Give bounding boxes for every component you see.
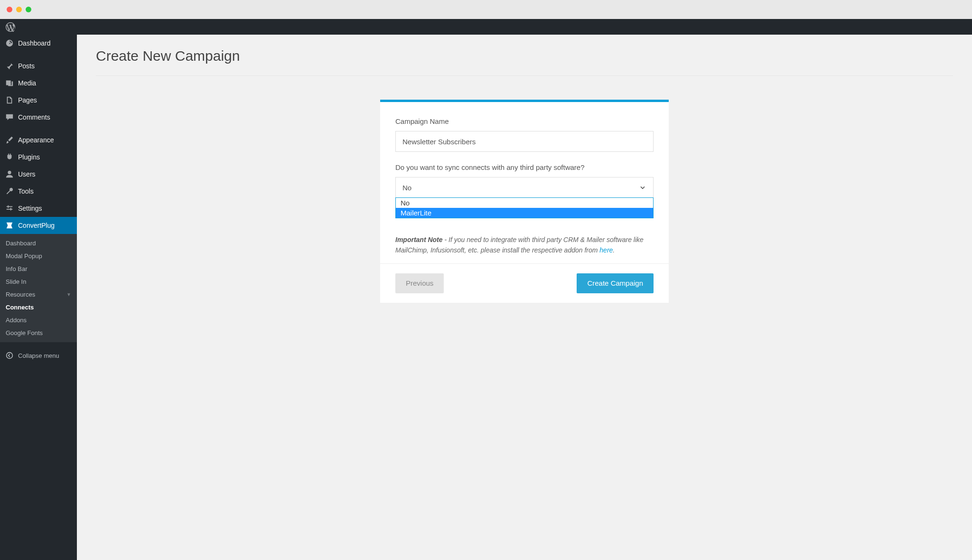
submenu-label: Modal Popup <box>6 252 42 260</box>
submenu-label: Slide In <box>6 278 26 285</box>
sync-question-label: Do you want to sync connects with any th… <box>395 163 654 171</box>
sidebar-item-pages[interactable]: Pages <box>0 92 77 109</box>
submenu-label: Resources <box>6 291 35 298</box>
sidebar-item-label: Users <box>18 170 36 178</box>
sidebar-item-tools[interactable]: Tools <box>0 183 77 200</box>
option-label: No <box>401 199 410 207</box>
sidebar-item-media[interactable]: Media <box>0 75 77 92</box>
campaign-name-label: Campaign Name <box>395 117 654 125</box>
sidebar-item-convertplug[interactable]: ConvertPlug <box>0 217 77 234</box>
user-icon <box>5 169 14 179</box>
sidebar-item-users[interactable]: Users <box>0 166 77 183</box>
svg-point-0 <box>7 82 9 83</box>
submenu-label: Connects <box>6 304 34 311</box>
sidebar-item-posts[interactable]: Posts <box>0 57 77 75</box>
submenu-item-resources[interactable]: Resources▼ <box>0 288 77 301</box>
submenu-item-info-bar[interactable]: Info Bar <box>0 262 77 275</box>
sidebar-item-label: Posts <box>18 62 35 70</box>
sidebar-item-plugins[interactable]: Plugins <box>0 149 77 166</box>
previous-button[interactable]: Previous <box>395 273 444 293</box>
plug-icon <box>5 152 14 162</box>
submenu-item-addons[interactable]: Addons <box>0 314 77 327</box>
option-label: MailerLite <box>401 209 431 217</box>
important-note: Important Note - If you need to integrat… <box>395 234 654 256</box>
sidebar-item-label: Settings <box>18 205 42 212</box>
media-icon <box>5 78 14 88</box>
sidebar-item-label: Pages <box>18 96 37 104</box>
sidebar-item-label: Appearance <box>18 136 54 144</box>
chevron-down-icon <box>639 184 646 191</box>
convertplug-submenu: Dashboard Modal Popup Info Bar Slide In … <box>0 234 77 342</box>
collapse-icon <box>5 351 14 360</box>
collapse-menu-button[interactable]: Collapse menu <box>0 347 77 364</box>
submenu-label: Info Bar <box>6 265 28 272</box>
convertplug-icon <box>5 221 14 230</box>
sync-dropdown: No MailerLite <box>395 197 654 218</box>
window-chrome <box>0 0 972 19</box>
create-campaign-button[interactable]: Create Campaign <box>577 273 654 293</box>
admin-sidebar: Dashboard Posts Media Pages Comments App… <box>0 35 77 560</box>
submenu-item-google-fonts[interactable]: Google Fonts <box>0 327 77 339</box>
submenu-item-modal-popup[interactable]: Modal Popup <box>0 250 77 262</box>
submenu-item-slide-in[interactable]: Slide In <box>0 275 77 288</box>
sidebar-item-label: Comments <box>18 113 50 121</box>
caret-down-icon: ▼ <box>66 292 71 297</box>
sidebar-item-label: Dashboard <box>18 39 51 47</box>
comment-icon <box>5 112 14 122</box>
main-content: Create New Campaign Campaign Name Do you… <box>77 35 972 560</box>
sidebar-item-settings[interactable]: Settings <box>0 200 77 217</box>
sidebar-item-comments[interactable]: Comments <box>0 109 77 126</box>
pin-icon <box>5 61 14 71</box>
campaign-form-card: Campaign Name Do you want to sync connec… <box>380 100 669 303</box>
submenu-label: Google Fonts <box>6 329 43 336</box>
sidebar-item-appearance[interactable]: Appearance <box>0 131 77 149</box>
sidebar-item-label: Plugins <box>18 153 40 161</box>
brush-icon <box>5 135 14 145</box>
sidebar-item-dashboard[interactable]: Dashboard <box>0 35 77 52</box>
sync-select[interactable]: No <box>395 177 654 198</box>
wrench-icon <box>5 187 14 196</box>
campaign-name-input[interactable] <box>395 131 654 152</box>
submenu-item-connects[interactable]: Connects <box>0 301 77 314</box>
svg-point-2 <box>7 353 13 359</box>
sidebar-item-label: Tools <box>18 187 34 195</box>
note-strong: Important Note <box>395 236 443 243</box>
sidebar-item-label: ConvertPlug <box>18 222 55 229</box>
dashboard-icon <box>5 38 14 48</box>
note-period: . <box>613 246 615 254</box>
collapse-label: Collapse menu <box>18 352 59 359</box>
sync-select-value: No <box>402 184 411 192</box>
admin-topbar <box>0 19 972 35</box>
sliders-icon <box>5 204 14 213</box>
submenu-label: Dashboard <box>6 240 36 247</box>
minimize-window-button[interactable] <box>16 7 22 12</box>
note-link[interactable]: here <box>599 246 613 254</box>
submenu-item-dashboard[interactable]: Dashboard <box>0 237 77 250</box>
sync-option-mailerlite[interactable]: MailerLite <box>396 208 653 218</box>
page-icon <box>5 95 14 105</box>
submenu-label: Addons <box>6 317 27 324</box>
svg-point-1 <box>8 171 11 174</box>
sidebar-item-label: Media <box>18 79 36 87</box>
maximize-window-button[interactable] <box>26 7 31 12</box>
card-footer: Previous Create Campaign <box>380 263 669 303</box>
page-title: Create New Campaign <box>96 39 953 76</box>
sync-option-no[interactable]: No <box>396 198 653 208</box>
close-window-button[interactable] <box>7 7 12 12</box>
wordpress-logo-icon[interactable] <box>6 22 15 32</box>
